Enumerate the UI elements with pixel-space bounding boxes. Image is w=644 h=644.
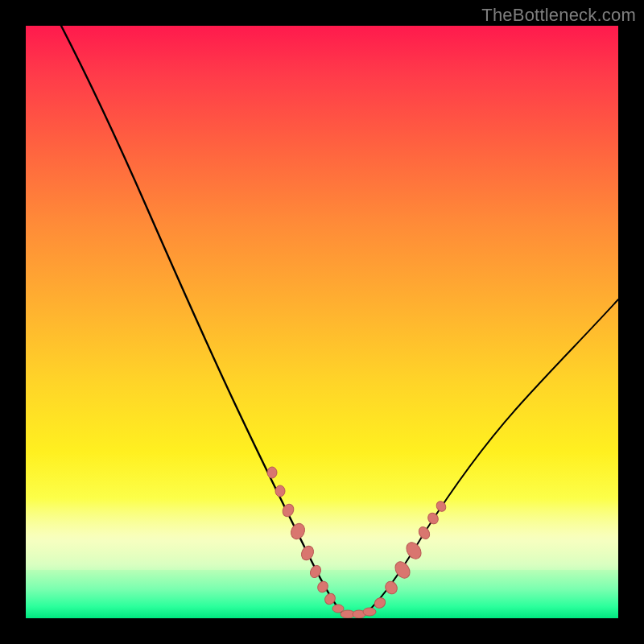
valley-marker [299,544,316,562]
valley-marker [267,467,277,478]
plot-area [26,26,618,618]
valley-marker-group [267,467,448,618]
valley-marker [288,521,308,541]
valley-marker [373,596,387,610]
chart-stage: TheBottleneck.com [0,0,644,644]
valley-marker [383,579,400,596]
watermark-text: TheBottleneck.com [481,5,636,26]
valley-marker [275,485,285,497]
valley-marker [363,608,376,616]
valley-marker [403,539,424,561]
curve-layer [26,26,618,618]
valley-marker [417,525,432,541]
valley-marker [426,511,440,526]
